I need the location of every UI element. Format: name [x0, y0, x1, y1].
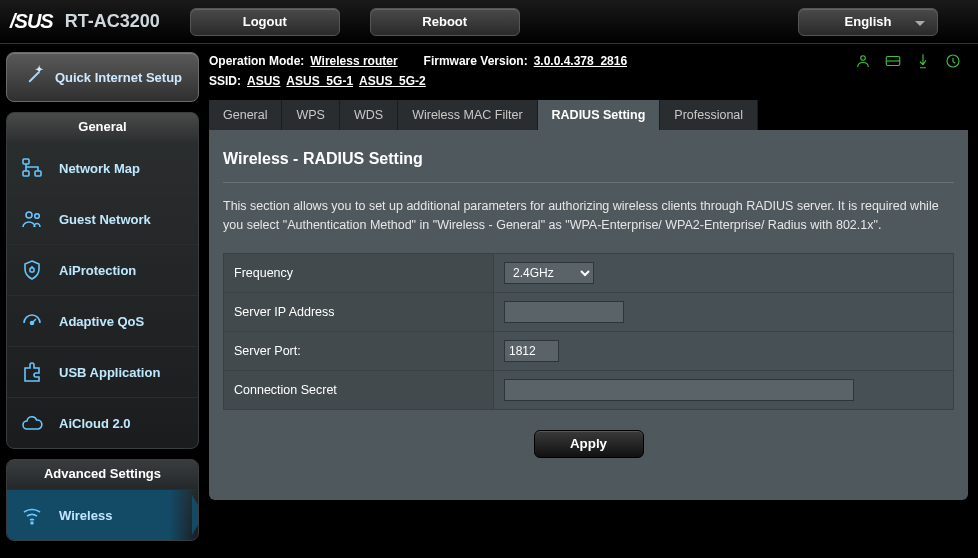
- server-port-label: Server Port:: [224, 331, 494, 370]
- server-port-input[interactable]: [504, 340, 559, 362]
- qos-icon: [19, 308, 45, 334]
- svg-rect-1: [23, 171, 29, 176]
- status-icons: [854, 52, 968, 70]
- row-server-ip: Server IP Address: [224, 292, 954, 331]
- sidebar-item-label: Adaptive QoS: [59, 314, 144, 329]
- ssid-1[interactable]: ASUS_5G-1: [286, 74, 353, 88]
- svg-point-3: [26, 212, 32, 218]
- card-title: Wireless - RADIUS Setting: [223, 144, 954, 183]
- main-content: Operation Mode: Wireless router Firmware…: [205, 44, 978, 549]
- sidebar-item-guest-network[interactable]: Guest Network: [7, 193, 198, 244]
- opmode-link[interactable]: Wireless router: [310, 54, 397, 68]
- wireless-icon: [19, 502, 45, 528]
- info-row-1: Operation Mode: Wireless router Firmware…: [209, 50, 968, 72]
- top-bar: /SUS RT-AC3200 Logout Reboot English: [0, 0, 978, 44]
- advanced-heading: Advanced Settings: [7, 460, 198, 489]
- sidebar-item-aiprotection[interactable]: AiProtection: [7, 244, 198, 295]
- sidebar-item-adaptive-qos[interactable]: Adaptive QoS: [7, 295, 198, 346]
- ssid-0[interactable]: ASUS: [247, 74, 280, 88]
- apply-button[interactable]: Apply: [534, 430, 644, 458]
- model-name: RT-AC3200: [65, 11, 190, 32]
- tab-wps[interactable]: WPS: [282, 100, 339, 130]
- frequency-label: Frequency: [224, 253, 494, 292]
- sidebar-item-wireless[interactable]: Wireless: [7, 489, 198, 540]
- server-ip-label: Server IP Address: [224, 292, 494, 331]
- sidebar-item-aicloud[interactable]: AiCloud 2.0: [7, 397, 198, 448]
- tab-wds[interactable]: WDS: [340, 100, 398, 130]
- settings-card: Wireless - RADIUS Setting This section a…: [209, 130, 968, 500]
- connection-secret-input[interactable]: [504, 379, 854, 401]
- frequency-select[interactable]: 2.4GHz: [504, 262, 594, 284]
- settings-table: Frequency 2.4GHz Server IP Address Serve…: [223, 253, 954, 410]
- puzzle-icon: [19, 359, 45, 385]
- quick-internet-setup-button[interactable]: Quick Internet Setup: [6, 52, 199, 102]
- sidebar-item-label: USB Application: [59, 365, 160, 380]
- tabs: General WPS WDS Wireless MAC Filter RADI…: [209, 100, 968, 130]
- svg-rect-5: [30, 268, 34, 272]
- sidebar-item-label: Guest Network: [59, 212, 151, 227]
- card-description: This section allows you to set up additi…: [223, 183, 954, 253]
- sidebar: Quick Internet Setup General Network Map…: [0, 44, 205, 549]
- sidebar-item-network-map[interactable]: Network Map: [7, 142, 198, 193]
- advanced-panel: Advanced Settings Wireless: [6, 459, 199, 541]
- general-panel: General Network Map Guest Network AiProt…: [6, 112, 199, 449]
- sidebar-item-label: AiProtection: [59, 263, 136, 278]
- sidebar-item-label: Wireless: [59, 508, 112, 523]
- svg-rect-2: [35, 171, 41, 176]
- internet-icon[interactable]: [884, 52, 902, 70]
- svg-point-7: [31, 522, 33, 524]
- reboot-button[interactable]: Reboot: [370, 8, 520, 36]
- language-select[interactable]: English: [798, 8, 938, 36]
- network-map-icon: [19, 155, 45, 181]
- guest-network-icon: [19, 206, 45, 232]
- connection-secret-label: Connection Secret: [224, 370, 494, 409]
- wand-icon: [23, 66, 45, 88]
- tab-wireless-mac-filter[interactable]: Wireless MAC Filter: [398, 100, 537, 130]
- sidebar-item-label: AiCloud 2.0: [59, 416, 131, 431]
- svg-point-6: [31, 322, 34, 325]
- cloud-icon: [19, 410, 45, 436]
- server-ip-input[interactable]: [504, 301, 624, 323]
- tab-radius-setting[interactable]: RADIUS Setting: [538, 100, 661, 130]
- general-heading: General: [7, 113, 198, 142]
- shield-icon: [19, 257, 45, 283]
- client-icon[interactable]: [854, 52, 872, 70]
- opmode-label: Operation Mode:: [209, 54, 304, 68]
- row-frequency: Frequency 2.4GHz: [224, 253, 954, 292]
- svg-point-8: [861, 56, 866, 61]
- sidebar-item-label: Network Map: [59, 161, 140, 176]
- svg-point-4: [35, 214, 40, 219]
- fw-link[interactable]: 3.0.0.4.378_2816: [534, 54, 627, 68]
- brand-logo: /SUS: [10, 10, 65, 33]
- sidebar-item-usb-application[interactable]: USB Application: [7, 346, 198, 397]
- info-row-2: SSID: ASUS ASUS_5G-1 ASUS_5G-2: [209, 72, 968, 90]
- fw-label: Firmware Version:: [424, 54, 528, 68]
- tab-professional[interactable]: Professional: [660, 100, 758, 130]
- row-server-port: Server Port:: [224, 331, 954, 370]
- qis-label: Quick Internet Setup: [55, 70, 182, 85]
- ssid-label: SSID:: [209, 74, 241, 88]
- ssid-2[interactable]: ASUS_5G-2: [359, 74, 426, 88]
- tab-general[interactable]: General: [209, 100, 282, 130]
- logout-button[interactable]: Logout: [190, 8, 340, 36]
- row-connection-secret: Connection Secret: [224, 370, 954, 409]
- usb-icon[interactable]: [914, 52, 932, 70]
- svg-rect-0: [23, 159, 29, 164]
- security-status-icon[interactable]: [944, 52, 962, 70]
